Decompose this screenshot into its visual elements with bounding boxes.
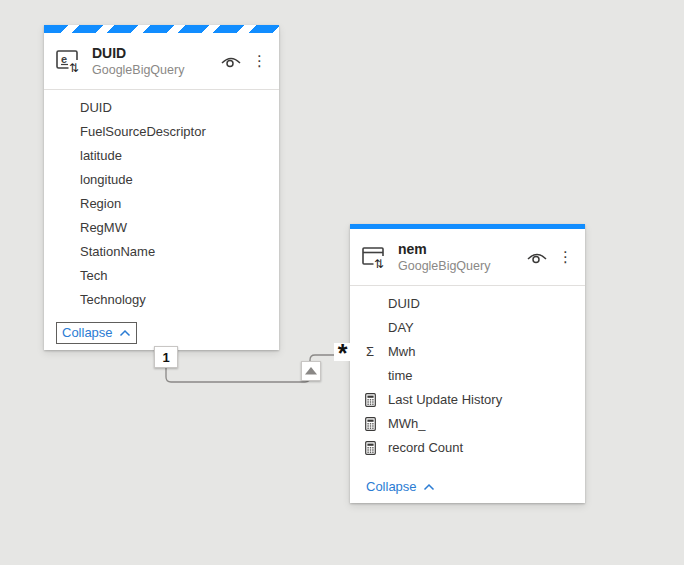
field-row[interactable]: Last Update History bbox=[350, 388, 585, 412]
table-title: nem bbox=[398, 241, 526, 258]
field-list: DUID DAY Σ Mwh time Last Update History … bbox=[350, 286, 585, 460]
collapse-label: Collapse bbox=[366, 479, 417, 494]
table-card-nem[interactable]: ⇅ nem GoogleBigQuery ⋮ DUID DAY Σ Mwh bbox=[350, 224, 585, 503]
cardinality-many-badge[interactable]: * bbox=[334, 343, 351, 361]
field-row[interactable]: Region bbox=[44, 192, 279, 216]
filter-direction-arrow-icon[interactable] bbox=[301, 361, 321, 381]
table-source: GoogleBigQuery bbox=[398, 258, 526, 274]
table-header[interactable]: ⇅ nem GoogleBigQuery ⋮ bbox=[350, 229, 585, 285]
table-card-duid[interactable]: e ⇅ DUID GoogleBigQuery ⋮ DUID Fuel bbox=[44, 25, 279, 350]
cardinality-one-label: 1 bbox=[162, 350, 169, 365]
chevron-up-icon bbox=[423, 479, 435, 494]
field-row[interactable]: longitude bbox=[44, 168, 279, 192]
directquery-table-icon: e ⇅ bbox=[54, 46, 84, 76]
hidden-eye-icon[interactable] bbox=[526, 248, 548, 266]
svg-text:⇅: ⇅ bbox=[374, 257, 384, 271]
more-options-icon[interactable]: ⋮ bbox=[252, 52, 267, 70]
field-row[interactable]: Tech bbox=[44, 264, 279, 288]
field-row[interactable]: time bbox=[350, 364, 585, 388]
cardinality-one-badge[interactable]: 1 bbox=[154, 346, 178, 368]
field-name: Region bbox=[80, 196, 121, 211]
calculator-icon bbox=[361, 436, 379, 460]
selection-stripe-bar bbox=[44, 25, 279, 33]
field-row[interactable]: Technology bbox=[44, 288, 279, 312]
collapse-link[interactable]: Collapse bbox=[56, 322, 137, 344]
svg-text:e: e bbox=[61, 53, 67, 65]
collapse-label: Collapse bbox=[62, 325, 113, 340]
more-options-icon[interactable]: ⋮ bbox=[558, 248, 573, 266]
field-row[interactable]: DUID bbox=[44, 96, 279, 120]
field-row[interactable]: StationName bbox=[44, 240, 279, 264]
field-list: DUID FuelSourceDescriptor latitude longi… bbox=[44, 90, 279, 312]
field-row[interactable]: Σ Mwh bbox=[350, 340, 585, 364]
collapse-link[interactable]: Collapse bbox=[366, 476, 435, 497]
field-row[interactable]: DAY bbox=[350, 316, 585, 340]
chevron-up-icon bbox=[119, 325, 131, 340]
table-titles: DUID GoogleBigQuery bbox=[92, 45, 220, 78]
field-name: time bbox=[388, 368, 413, 383]
field-name: latitude bbox=[80, 148, 122, 163]
field-row[interactable]: RegMW bbox=[44, 216, 279, 240]
field-name: DUID bbox=[388, 296, 420, 311]
table-source: GoogleBigQuery bbox=[92, 62, 220, 78]
hidden-eye-icon[interactable] bbox=[220, 52, 242, 70]
field-name: longitude bbox=[80, 172, 133, 187]
field-name: record Count bbox=[388, 440, 463, 455]
field-name: Last Update History bbox=[388, 392, 502, 407]
field-name: RegMW bbox=[80, 220, 127, 235]
field-row[interactable]: MWh_ bbox=[350, 412, 585, 436]
field-row[interactable]: record Count bbox=[350, 436, 585, 460]
field-name: DUID bbox=[80, 100, 112, 115]
field-name: Technology bbox=[80, 292, 146, 307]
field-name: MWh_ bbox=[388, 416, 426, 431]
field-name: DAY bbox=[388, 320, 414, 335]
table-title: DUID bbox=[92, 45, 220, 62]
table-titles: nem GoogleBigQuery bbox=[398, 241, 526, 274]
field-name: Tech bbox=[80, 268, 107, 283]
cardinality-many-label: * bbox=[338, 338, 348, 368]
field-name: Mwh bbox=[388, 344, 415, 359]
model-canvas: e ⇅ DUID GoogleBigQuery ⋮ DUID Fuel bbox=[0, 0, 684, 565]
field-row[interactable]: DUID bbox=[350, 292, 585, 316]
calculator-icon bbox=[361, 412, 379, 436]
field-row[interactable]: FuelSourceDescriptor bbox=[44, 120, 279, 144]
field-row[interactable]: latitude bbox=[44, 144, 279, 168]
sigma-icon: Σ bbox=[361, 340, 379, 364]
field-name: FuelSourceDescriptor bbox=[80, 124, 206, 139]
table-header[interactable]: e ⇅ DUID GoogleBigQuery ⋮ bbox=[44, 33, 279, 89]
svg-text:⇅: ⇅ bbox=[69, 61, 79, 75]
table-icon: ⇅ bbox=[360, 242, 390, 272]
calculator-icon bbox=[361, 388, 379, 412]
field-name: StationName bbox=[80, 244, 155, 259]
